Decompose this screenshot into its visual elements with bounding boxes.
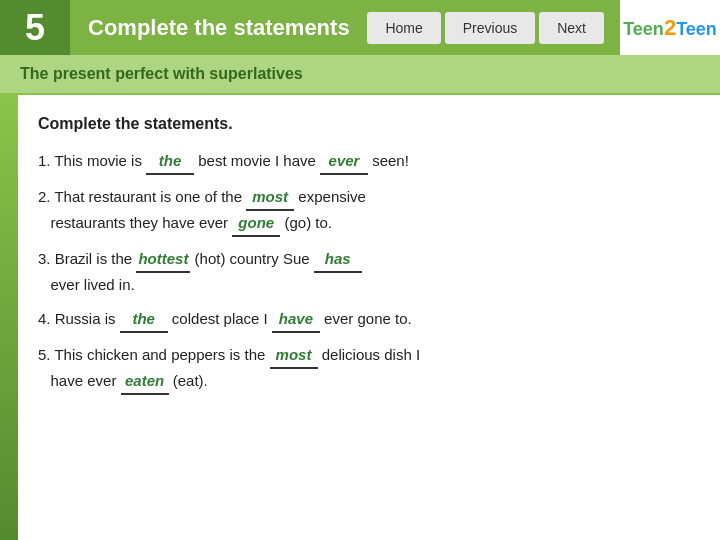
home-button[interactable]: Home (367, 12, 440, 44)
logo: Teen2Teen (620, 0, 720, 55)
answer-5a: most (270, 343, 318, 369)
header: 5 Complete the statements Home Previous … (0, 0, 720, 55)
exercise-item-1: 1. This movie is the best movie I have e… (38, 149, 690, 175)
answer-2b: gone (232, 211, 280, 237)
answer-3a: hottest (136, 247, 190, 273)
answer-3b: has (314, 247, 362, 273)
answer-1a: the (146, 149, 194, 175)
subtitle-bar: The present perfect with superlatives (0, 55, 720, 95)
exercise-item-5: 5. This chicken and peppers is the most … (38, 343, 690, 395)
answer-2a: most (246, 185, 294, 211)
exercise-item-4: 4. Russia is the coldest place I have ev… (38, 307, 690, 333)
side-accent (0, 95, 18, 540)
previous-button[interactable]: Previous (445, 12, 535, 44)
nav-buttons: Home Previous Next (363, 12, 604, 44)
exercise-number: 5 (0, 0, 70, 55)
subtitle-text: The present perfect with superlatives (20, 65, 303, 82)
logo-text: Teen2Teen (623, 15, 717, 41)
header-title: Complete the statements (88, 15, 363, 41)
answer-4a: the (120, 307, 168, 333)
answer-5b: eaten (121, 369, 169, 395)
answer-4b: have (272, 307, 320, 333)
instruction-title: Complete the statements. (38, 115, 690, 133)
answer-1b: ever (320, 149, 368, 175)
next-button[interactable]: Next (539, 12, 604, 44)
exercise-item-2: 2. That restaurant is one of the most ex… (38, 185, 690, 237)
main-content: Complete the statements. 1. This movie i… (18, 95, 720, 540)
exercise-list: 1. This movie is the best movie I have e… (38, 149, 690, 395)
exercise-item-3: 3. Brazil is the hottest (hot) country S… (38, 247, 690, 297)
